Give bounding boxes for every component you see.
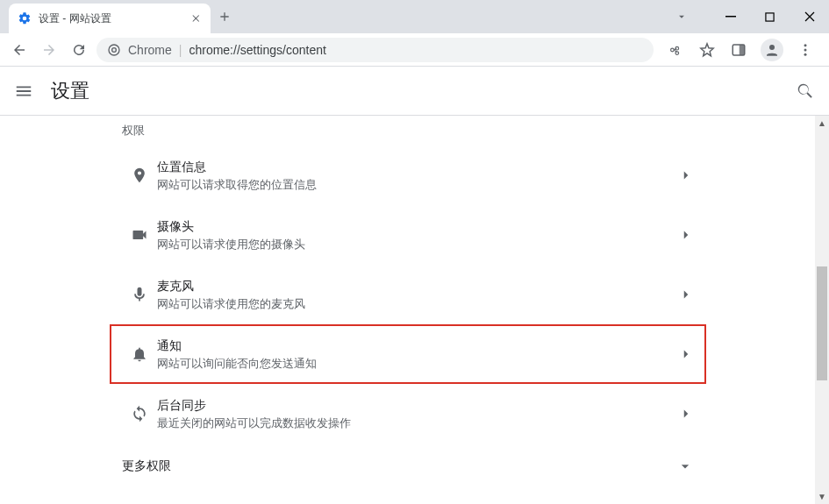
svg-point-7 [804,44,807,46]
svg-point-9 [804,53,807,55]
chevron-down-icon [676,458,694,475]
vertical-scrollbar[interactable]: ▲ ▼ [815,116,829,504]
more-permissions-label: 更多权限 [122,458,171,474]
row-subtitle: 网站可以请求取得您的位置信息 [157,177,678,193]
chevron-right-icon [678,346,694,362]
svg-rect-0 [725,16,736,18]
row-subtitle: 网站可以询问能否向您发送通知 [157,356,678,372]
scrollbar-up-arrow[interactable]: ▲ [815,116,829,131]
share-icon[interactable] [666,40,685,60]
profile-avatar[interactable] [761,39,783,61]
svg-point-8 [804,48,807,51]
svg-rect-5 [740,45,745,55]
bell-icon [122,345,157,363]
chevron-right-icon [678,287,694,302]
tab-title: 设置 - 网站设置 [39,11,184,26]
row-text: 通知网站可以询问能否向您发送通知 [157,337,678,372]
row-text: 位置信息网站可以请求取得您的位置信息 [157,158,678,193]
row-text: 麦克风网站可以请求使用您的麦克风 [157,277,678,312]
new-tab-button[interactable] [218,0,232,33]
chrome-scheme-icon [107,43,121,57]
window-controls [675,4,829,30]
svg-rect-1 [766,12,774,20]
tab-strip: 设置 - 网站设置 [0,0,232,33]
chevron-right-icon [678,406,694,422]
settings-row-microphone[interactable]: 麦克风网站可以请求使用您的麦克风 [110,265,706,324]
page-title: 设置 [51,78,89,104]
row-title: 通知 [157,337,678,354]
side-panel-icon[interactable] [729,40,748,60]
scrollbar-down-arrow[interactable]: ▼ [815,489,829,504]
reload-button[interactable] [67,38,91,62]
settings-row-camera[interactable]: 摄像头网站可以请求使用您的摄像头 [110,205,706,265]
search-icon[interactable] [796,82,815,101]
settings-panel: 权限 位置信息网站可以请求取得您的位置信息摄像头网站可以请求使用您的摄像头麦克风… [110,116,706,489]
browser-toolbar: Chrome | chrome://settings/content [0,33,829,67]
location-icon [122,167,157,184]
window-minimize-button[interactable] [711,4,750,30]
forward-button[interactable] [37,38,61,62]
more-permissions-row[interactable]: 更多权限 [110,444,706,489]
row-subtitle: 最近关闭的网站可以完成数据收发操作 [157,415,678,431]
settings-row-notifications[interactable]: 通知网站可以询问能否向您发送通知 [110,324,706,384]
row-title: 后台同步 [157,396,678,414]
svg-point-6 [769,45,775,50]
scheme-label: Chrome [128,43,172,57]
row-subtitle: 网站可以请求使用您的麦克风 [157,296,678,312]
camera-icon [122,226,157,244]
settings-header: 设置 [0,67,829,116]
window-title-bar: 设置 - 网站设置 [0,0,829,33]
row-title: 位置信息 [157,158,678,175]
omnibox[interactable]: Chrome | chrome://settings/content [96,38,654,62]
microphone-icon [122,286,157,303]
svg-point-3 [112,47,117,52]
row-text: 后台同步最近关闭的网站可以完成数据收发操作 [157,396,678,431]
sync-icon [122,405,157,422]
omnibox-url: chrome://settings/content [189,43,325,57]
kebab-menu-icon[interactable] [796,40,815,60]
hamburger-menu-icon[interactable] [14,82,33,101]
browser-tab[interactable]: 设置 - 网站设置 [9,4,211,33]
settings-row-bg-sync[interactable]: 后台同步最近关闭的网站可以完成数据收发操作 [110,384,706,444]
back-button[interactable] [7,38,32,62]
row-title: 摄像头 [157,217,678,235]
svg-point-2 [109,45,119,55]
section-label: 权限 [110,116,706,146]
chevron-right-icon [678,227,694,243]
content-area: 权限 位置信息网站可以请求取得您的位置信息摄像头网站可以请求使用您的摄像头麦克风… [0,116,815,504]
gear-icon [18,11,32,25]
tab-close-icon[interactable] [191,13,202,24]
row-title: 麦克风 [157,277,678,295]
row-subtitle: 网站可以请求使用您的摄像头 [157,237,678,252]
window-close-button[interactable] [790,4,829,30]
chevron-right-icon [678,167,694,183]
scrollbar-thumb[interactable] [817,266,827,380]
omnibox-separator: | [179,43,182,57]
settings-row-location[interactable]: 位置信息网站可以请求取得您的位置信息 [110,146,706,205]
row-text: 摄像头网站可以请求使用您的摄像头 [157,217,678,252]
toolbar-right [659,39,822,61]
chevron-down-icon[interactable] [675,11,711,23]
bookmark-star-icon[interactable] [697,40,717,60]
window-maximize-button[interactable] [750,4,790,30]
